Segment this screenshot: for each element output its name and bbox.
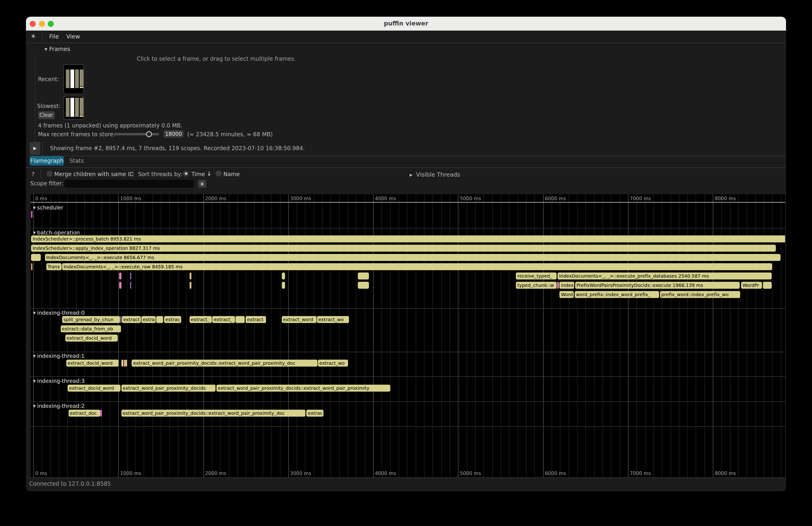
menu-view[interactable]: View — [66, 31, 80, 43]
scope-bar[interactable]: extract_ — [190, 316, 212, 323]
visible-threads-header[interactable]: ▶ Visible Threads — [410, 171, 460, 178]
merge-children-checkbox[interactable] — [47, 171, 53, 177]
frame-thumbnail-bar[interactable] — [75, 70, 79, 88]
scope-bar[interactable] — [100, 410, 102, 417]
scope-bar[interactable]: extra — [141, 316, 156, 323]
scope-bar[interactable] — [557, 282, 559, 289]
sort-name-radio[interactable] — [216, 171, 221, 177]
scope-bar[interactable] — [31, 263, 33, 270]
scope-bar[interactable] — [190, 273, 192, 279]
scope-bar[interactable]: Word — [560, 291, 574, 298]
frame-thumbnail-bar[interactable] — [66, 70, 70, 88]
scope-bar[interactable]: typed_chunk::w — [516, 282, 556, 289]
scope-bar[interactable]: receive_typed_ — [516, 273, 556, 279]
scope-bar[interactable]: extract_word — [281, 316, 317, 323]
scope-bar[interactable]: extrac — [307, 410, 323, 417]
clear-filter-button[interactable]: x — [198, 180, 206, 188]
frame-thumbnail-bar[interactable] — [75, 98, 79, 117]
scope-bar[interactable]: extract_word_pair_proximity_docids::extr… — [121, 410, 306, 417]
recent-frames-thumbnail[interactable] — [63, 64, 84, 94]
frame-thumbnail-bar[interactable] — [80, 70, 84, 86]
scope-filter-input[interactable] — [64, 180, 194, 188]
frames-hint: Click to select a frame, or drag to sele… — [137, 56, 296, 62]
collapse-triangle-icon: ▼ — [44, 47, 47, 52]
scope-bar[interactable] — [281, 273, 285, 279]
scope-bar[interactable]: prefix_word::index_prefix_wo — [660, 291, 740, 298]
scope-bar[interactable]: PrefixWordPairsProximityDocids::execute … — [575, 282, 740, 289]
scope-bar[interactable]: split_grenad_by_chun — [62, 316, 120, 323]
thread-header-indexing-thread:0[interactable]: ▼indexing-thread:0 — [33, 310, 85, 316]
scope-bar[interactable] — [130, 282, 131, 289]
frame-thumbnail-bar[interactable] — [80, 98, 84, 115]
scope-bar[interactable] — [358, 273, 369, 279]
scope-bar[interactable] — [120, 316, 122, 323]
scope-bar[interactable]: extract::data_from_ob — [60, 325, 121, 332]
scope-bar[interactable] — [358, 282, 369, 289]
frame-thumbnail-bar[interactable] — [66, 98, 70, 117]
tab-stats[interactable]: Stats — [70, 156, 84, 165]
help-button[interactable]: ? — [31, 171, 34, 177]
scope-bar[interactable]: extract_word_pair_proximity_docids::extr… — [216, 385, 390, 392]
time-axis-label: 8000 ms — [715, 470, 736, 476]
scope-bar[interactable]: extract_doc — [68, 410, 100, 417]
tab-flamegraph[interactable]: Flamegraph — [30, 156, 64, 165]
scope-bar[interactable] — [121, 360, 124, 367]
max-frames-slider-knob[interactable] — [146, 131, 152, 137]
scope-bar[interactable]: word_prefix::index_word_prefix_ — [575, 291, 659, 298]
scope-bar[interactable]: extract — [122, 316, 141, 323]
menu-file[interactable]: File — [49, 31, 59, 43]
frames-section-header[interactable]: ▼ Frames — [44, 45, 70, 53]
separator — [26, 477, 786, 478]
scope-bar[interactable] — [156, 316, 163, 323]
collapse-triangle-icon: ▼ — [33, 231, 36, 235]
play-divider — [42, 142, 43, 155]
scope-bar[interactable] — [119, 282, 121, 289]
clear-button[interactable]: Clear — [38, 111, 55, 119]
scope-bar[interactable]: extract_word_pair_proximity_docids — [121, 385, 216, 392]
thread-header-indexing-thread:2[interactable]: ▼indexing-thread:2 — [33, 403, 85, 409]
frame-thumbnail-bar[interactable] — [70, 98, 74, 117]
scope-bar[interactable] — [124, 360, 125, 367]
scope-bar[interactable]: extract_docid_word — [66, 335, 118, 341]
scope-bar[interactable] — [763, 282, 772, 289]
max-frames-value[interactable]: 18000 — [164, 130, 184, 138]
thread-header-batch-operation[interactable]: ▼batch-operation — [33, 230, 80, 236]
scope-bar[interactable] — [281, 282, 285, 289]
sort-time-radio[interactable] — [183, 171, 189, 177]
slowest-frames-thumbnail[interactable] — [63, 96, 84, 120]
menubar: ☀ File View — [26, 31, 786, 43]
scope-bar[interactable]: extract_ — [213, 316, 235, 323]
scope-bar[interactable]: IndexDocuments<_, _>::execute 8656.677 m… — [45, 254, 780, 261]
scope-bar[interactable] — [119, 273, 121, 279]
scope-bar[interactable] — [126, 360, 127, 367]
scope-bar[interactable]: extract_docid_word — [68, 385, 120, 392]
scope-bar[interactable] — [190, 282, 192, 289]
scope-bar[interactable]: index — [560, 282, 575, 289]
sort-direction-arrow-icon[interactable]: ↓ — [207, 171, 211, 177]
play-button[interactable]: ▶ — [30, 142, 40, 155]
scope-bar[interactable] — [31, 211, 33, 218]
scope-bar[interactable] — [31, 254, 41, 261]
scope-bar[interactable]: extract_wo — [317, 316, 349, 323]
flamegraph-canvas[interactable]: 0 ms0 ms1000 ms1000 ms2000 ms2000 ms3000… — [31, 194, 785, 477]
scope-bar[interactable]: IndexDocuments<_, _>::execute_raw 8459.1… — [62, 263, 772, 270]
thread-header-scheduler[interactable]: ▼scheduler — [33, 204, 63, 211]
scope-bar[interactable]: extract_docid_word — [66, 360, 119, 367]
scope-bar[interactable] — [235, 316, 245, 323]
scope-bar[interactable]: IndexDocuments<_, _>::execute_prefix_dat… — [558, 273, 772, 279]
scope-bar[interactable] — [130, 273, 131, 279]
thread-header-indexing-thread:3[interactable]: ▼indexing-thread:3 — [33, 378, 85, 384]
sort-threads-label: Sort threads by: — [138, 171, 183, 177]
scope-bar[interactable]: WordPr — [741, 282, 762, 289]
frame-thumbnail-bar[interactable] — [70, 70, 74, 88]
scope-bar[interactable]: Trans — [46, 263, 61, 270]
scope-bar[interactable]: IndexScheduler>::process_batch 8953.821 … — [31, 235, 785, 243]
scope-bar[interactable]: extract_wo — [318, 360, 348, 367]
thread-header-indexing-thread:1[interactable]: ▼indexing-thread:1 — [33, 353, 85, 359]
max-frames-slider[interactable] — [114, 133, 159, 135]
scope-bar[interactable]: extract_word_pair_proximity_docids::extr… — [132, 360, 318, 367]
scope-bar[interactable]: extrac — [164, 316, 182, 323]
theme-sun-icon[interactable]: ☀ — [31, 31, 36, 43]
scope-bar[interactable]: extract — [246, 316, 266, 323]
scope-bar[interactable]: IndexScheduler>::apply_index_operation 8… — [31, 245, 776, 252]
